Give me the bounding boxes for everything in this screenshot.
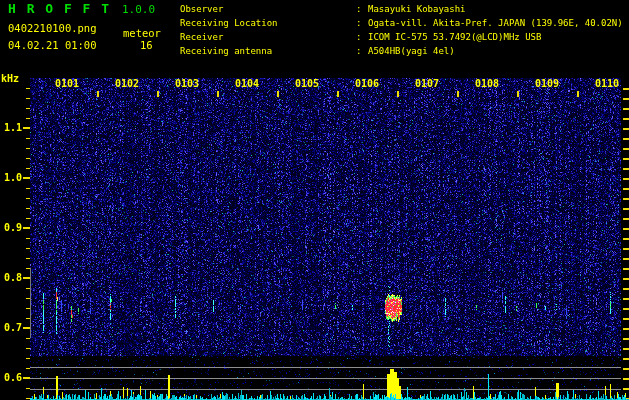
info-colon: :	[356, 3, 361, 15]
info-label: Observer	[180, 3, 223, 15]
time-tick-label: 0103	[172, 78, 202, 90]
echo-count: 16	[140, 39, 153, 51]
freq-tick-label: 0.7	[0, 322, 22, 334]
hrofft-window: H R O F F T 1.0.0 0402210100.png meteor …	[0, 0, 629, 400]
filename-label: 0402210100.png	[8, 22, 97, 34]
time-tick-label: 0107	[412, 78, 442, 90]
info-label: Receiver	[180, 31, 223, 43]
time-tick-label: 0104	[232, 78, 262, 90]
time-tick-label: 0105	[292, 78, 322, 90]
info-label: Receiving antenna	[180, 45, 272, 57]
freq-tick-label: 1.0	[0, 172, 22, 184]
app-version: 1.0.0	[122, 4, 155, 16]
info-colon: :	[356, 31, 361, 43]
app-title: H R O F F T	[8, 3, 111, 15]
freq-tick-label: 1.1	[0, 122, 22, 134]
freq-axis-unit: kHz	[1, 73, 19, 85]
freq-tick-label: 0.8	[0, 272, 22, 284]
datetime-label: 04.02.21 01:00	[8, 39, 97, 51]
time-tick-label: 0108	[472, 78, 502, 90]
info-value: ICOM IC-575 53.7492(@LCD)MHz USB	[368, 31, 541, 43]
freq-tick-label: 0.6	[0, 372, 22, 384]
time-tick-label: 0101	[52, 78, 82, 90]
info-label: Receiving Location	[180, 17, 278, 29]
info-colon: :	[356, 45, 361, 57]
info-value: Masayuki Kobayashi	[368, 3, 466, 15]
time-tick-label: 0102	[112, 78, 142, 90]
info-value: Ogata-vill. Akita-Pref. JAPAN (139.96E, …	[368, 17, 623, 29]
spectrogram-canvas	[0, 0, 629, 400]
freq-tick-label: 0.9	[0, 222, 22, 234]
time-tick-label: 0109	[532, 78, 562, 90]
mode-label: meteor	[123, 27, 161, 39]
info-colon: :	[356, 17, 361, 29]
info-value: A504HB(yagi 4el)	[368, 45, 455, 57]
time-tick-label: 0106	[352, 78, 382, 90]
time-tick-label: 0110	[592, 78, 622, 90]
